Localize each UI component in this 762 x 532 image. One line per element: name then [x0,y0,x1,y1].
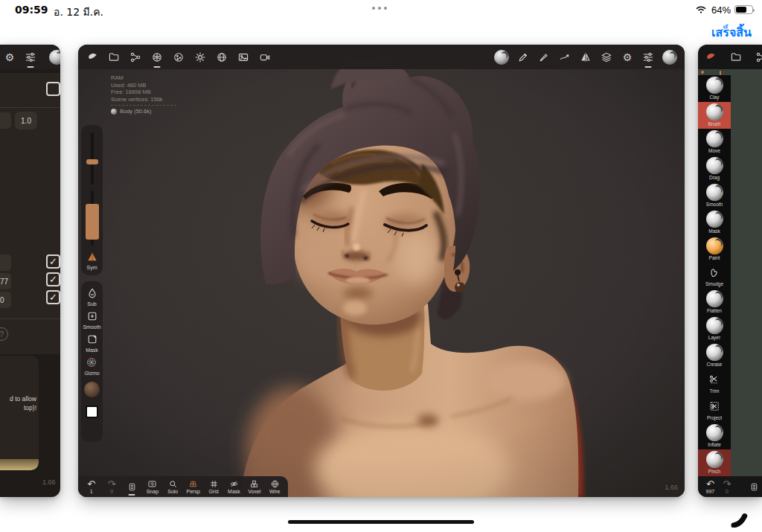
voxel-button[interactable]: Voxel [245,476,264,497]
right-window-toolbar [698,45,762,69]
trackball-icon[interactable] [494,50,509,65]
redo-button[interactable]: ↷ 0 [720,476,735,497]
done-button[interactable]: เสร็จสิ้น [711,23,752,42]
brush-item-flatten[interactable]: Flatten [698,289,731,316]
material-icon[interactable] [150,51,164,64]
smudge-finger-icon [706,264,723,281]
symmetry-button[interactable]: Sym [81,250,103,271]
value-field[interactable]: 1.0 [15,112,37,129]
field-fragment[interactable] [0,112,11,129]
folder-icon[interactable] [729,51,743,64]
brush-item-pinch[interactable]: Pinch [698,449,731,476]
brush-sphere-icon [706,130,723,147]
undo-button[interactable]: ↶ 997 [702,476,718,497]
checkbox[interactable] [46,82,60,96]
gear-icon[interactable]: ⚙ [621,51,634,64]
checkbox-checked[interactable] [46,272,60,286]
stroke-icon[interactable] [558,51,572,64]
brush-item-mask[interactable]: Mask [698,209,731,236]
undo-button[interactable]: ↶ 1 [82,476,101,497]
grid-button[interactable]: Grid [204,476,223,497]
brush-item-clay[interactable]: Clay [698,75,731,102]
brush-sphere-icon [706,157,723,174]
field-fragment[interactable]: 0 [0,292,11,308]
radius-slider-handle[interactable] [86,159,98,164]
brush-item-smooth[interactable]: Smooth [698,182,731,209]
brush-item-brush[interactable]: Brush [698,102,731,129]
right-app-window: Clay Brush Move Drag Smooth Mask Paint [698,45,762,497]
brush-item-smudge[interactable]: Smudge [698,263,731,289]
scene-graph-icon[interactable] [755,51,762,64]
matcap-icon[interactable] [172,51,185,64]
help-icon[interactable]: ? [0,327,8,341]
voxel-cubes-icon [249,478,260,489]
brush-item-drag[interactable]: Drag [698,156,731,182]
color-swatch[interactable] [86,406,98,418]
folder-icon[interactable] [107,51,121,64]
scene-object-row[interactable]: Body (50.6k) [111,108,176,115]
stats-overlay: RAM Used: 480 MB Free: 16698 MB Scene ve… [111,74,176,115]
pencil-icon[interactable] [516,51,530,64]
brush-item-project[interactable]: Project [698,396,731,423]
panel-footer-bar [0,459,39,470]
redo-button[interactable]: ↷ 0 [102,476,121,497]
camera-icon[interactable] [258,51,272,64]
snap-button[interactable]: Snap [143,476,162,497]
material-swatch[interactable] [84,382,100,397]
brush-item-crease[interactable]: Crease [698,342,731,369]
wrench-icon[interactable] [86,51,99,64]
brush-sphere-icon [706,211,723,228]
wifi-icon [694,3,708,16]
smooth-tool-button[interactable]: Smooth [83,310,100,330]
eye-off-icon [228,478,240,489]
layers-icon[interactable] [600,51,613,64]
gear-icon[interactable]: ⚙ [3,51,16,64]
panel-toggle-button[interactable] [122,476,141,497]
trackball-icon[interactable] [49,50,60,65]
field-fragment[interactable]: 77 [0,273,11,289]
scene-vertices: Scene vertices: 156k [111,96,176,103]
brush-item-trim[interactable]: Trim [698,369,731,396]
zoom-indicator: 1.66 [665,484,678,491]
brush-item-move[interactable]: Move [698,129,731,156]
brush-item-layer[interactable]: Layer [698,315,731,342]
image-icon[interactable] [237,51,250,64]
settings-panel: 1.0 77 0 ? [0,73,60,354]
ram-free: Free: 16698 MB [111,89,176,96]
mask-view-button[interactable]: Mask [224,476,243,497]
checkbox-checked[interactable] [46,290,60,304]
paintbrush-icon[interactable] [537,51,551,64]
light-icon[interactable] [193,51,207,64]
scissors-icon [706,371,723,388]
checkbox-checked[interactable] [46,254,60,269]
mask-tool-button[interactable]: Mask [86,333,99,353]
sliders-icon[interactable] [24,51,37,64]
panel-toggle-button[interactable] [746,476,762,497]
mesh-icon [111,109,117,115]
persp-button[interactable]: Persp [184,476,203,497]
redo-icon: ↷ [108,480,116,489]
sliders-icon[interactable] [641,51,655,64]
multitask-dots-icon[interactable] [372,7,387,10]
trackball-icon[interactable] [662,50,677,65]
brush-item-paint[interactable]: Paint [698,236,731,263]
solo-button[interactable]: Solo [163,476,182,497]
environment-icon[interactable] [215,51,228,64]
brush-item-inflate[interactable]: Inflate [698,423,731,449]
home-indicator[interactable] [288,520,474,524]
radius-slider[interactable] [91,132,94,185]
symmetry-icon [86,250,99,263]
wire-button[interactable]: Wire [265,476,284,497]
brush-sphere-icon [706,451,723,468]
battery-icon [734,5,753,14]
scene-graph-icon[interactable] [129,51,142,64]
sub-tool-button[interactable]: Sub [86,286,99,307]
brush-sphere-icon [706,317,723,334]
gizmo-tool-button[interactable]: Gizmo [84,356,99,376]
mirror-icon[interactable] [579,51,592,64]
scissors-box-icon [706,398,723,414]
intensity-slider-handle[interactable] [86,204,99,240]
wrench-icon[interactable] [704,51,717,64]
field-fragment[interactable] [0,254,11,271]
brush-sphere-icon [706,290,723,307]
